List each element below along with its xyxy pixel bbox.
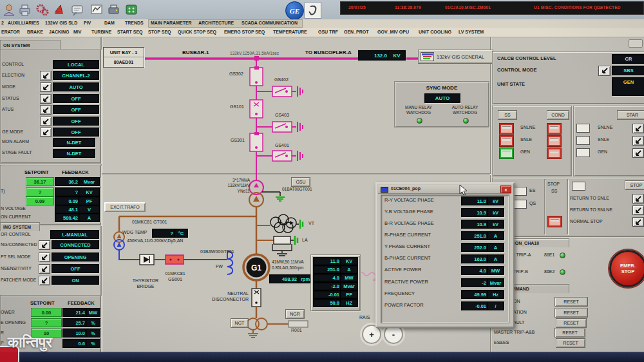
setpoint-input[interactable]: ? [31, 318, 62, 327]
menu-item-scada-communication[interactable]: SCADA COMMUNICATION [242, 21, 298, 25]
voltage-transformer-symbol[interactable] [270, 214, 296, 233]
menu-item-dam[interactable]: DAM [104, 21, 115, 25]
menu-item-quick-stop-seq[interactable]: QUICK STOP SEQ [178, 30, 216, 34]
command-arrow-button[interactable] [632, 136, 644, 146]
popup-close-button[interactable]: x [500, 186, 511, 193]
menu-item-turbine[interactable]: TURBINE [91, 30, 111, 34]
faceplate-icon[interactable] [576, 148, 590, 157]
reset-button[interactable]: RESET [554, 297, 588, 307]
menu-item-unit-cooling[interactable]: UNIT COOLING [419, 30, 451, 34]
emergency-stop-button[interactable]: EMER. STOP [609, 250, 644, 287]
menu-item-gov-miv-opu[interactable]: GOV_MIV OPU [377, 30, 409, 34]
command-arrow-button[interactable] [632, 148, 644, 158]
gsu-transformer-symbol[interactable] [249, 180, 263, 207]
command-arrow-button[interactable] [40, 128, 52, 137]
stop-button[interactable]: STOP [625, 180, 644, 190]
ngt-button[interactable]: NGT [231, 318, 249, 328]
faceplate-icon[interactable] [576, 136, 590, 145]
command-arrow-button[interactable] [40, 71, 52, 81]
menu-item[interactable]: 2 [1, 21, 4, 25]
tab-governing-system[interactable]: ING SYSTEM [0, 222, 40, 231]
cond-status-icon[interactable] [547, 148, 561, 158]
command-arrow-button[interactable] [40, 82, 52, 92]
command-arrow-button[interactable] [632, 217, 644, 227]
menu-item-main-parameter[interactable]: MAIN PARAMETER [151, 21, 192, 25]
menu-item-trends[interactable]: TRENDS [125, 21, 144, 25]
cond-status-icon[interactable] [547, 136, 561, 146]
menu-item-auxilliaries[interactable]: AUXILLIARIES [8, 21, 39, 25]
command-arrow-button[interactable] [632, 194, 644, 204]
stop-status-icon[interactable] [548, 216, 562, 227]
neutral-grounding-resistor-symbol[interactable] [289, 321, 308, 327]
setpoint-input[interactable]: 0.09 [26, 196, 54, 205]
start-button[interactable]: STAR [617, 110, 644, 120]
user-icon[interactable] [2, 3, 16, 17]
alarm-banner[interactable]: 20/07/25 11:38:28.079 01CJA10.MISC.ZM001… [340, 1, 644, 15]
reset-button[interactable]: RESET [554, 308, 588, 318]
neutral-disconnector-symbol[interactable] [252, 289, 261, 307]
reset-button[interactable]: RESET [556, 338, 585, 348]
command-arrow-button[interactable] [39, 252, 50, 262]
logic-grid-icon[interactable] [124, 3, 138, 17]
menu-item-emerg-stop-seq[interactable]: EMERG STOP SEQ [224, 30, 265, 34]
reset-button[interactable]: RESET [554, 328, 585, 338]
print-icon[interactable] [106, 3, 120, 17]
menu-item-piv[interactable]: PIV [84, 21, 91, 25]
command-arrow-button[interactable] [632, 205, 644, 215]
command-arrow-button[interactable] [39, 276, 50, 285]
faceplate-icon[interactable] [513, 200, 527, 209]
gears-icon[interactable] [35, 3, 50, 17]
setpoint-input[interactable]: ? [26, 187, 54, 196]
trend-chart-icon[interactable] [90, 3, 104, 17]
command-arrow-button[interactable] [40, 117, 52, 126]
dialog-icon[interactable] [70, 3, 84, 17]
command-arrow-button[interactable] [39, 240, 50, 250]
menu-item-miv[interactable]: MIV [73, 30, 81, 34]
thyristor-bridge-symbol[interactable] [140, 254, 154, 265]
alarm-horn-icon[interactable] [52, 3, 66, 17]
command-arrow-button[interactable] [40, 94, 52, 104]
menu-item-temperature[interactable]: TEMPERATURE [273, 30, 307, 34]
generator-symbol[interactable]: G1 [243, 254, 269, 280]
popup-titlebar[interactable]: 01CE004_pop x [378, 185, 511, 194]
command-arrow-button[interactable] [40, 105, 52, 115]
window-restore-widget[interactable] [629, 39, 643, 48]
menu-item-stop-seq[interactable]: STOP SEQ [148, 30, 171, 34]
field-breaker-gs001[interactable] [166, 255, 184, 264]
setpoint-input[interactable]: 36.17 [26, 177, 54, 186]
menu-item-brake[interactable]: BRAKE [27, 30, 43, 34]
lightning-arrester-symbol[interactable] [272, 236, 292, 256]
menu-item-start-seq[interactable]: START SEQ [117, 30, 143, 34]
disconnector-gs301[interactable] [250, 132, 263, 151]
menu-item-lv-system[interactable]: LV SYSTEM [459, 30, 484, 34]
neutral-grounding-transformer-symbol[interactable] [247, 318, 267, 330]
gsu-button[interactable]: GSU [291, 177, 310, 187]
menu-item-gen-prot[interactable]: GEN_PROT [344, 30, 369, 34]
breaker-gs101[interactable] [250, 100, 263, 118]
menu-item-architecture[interactable]: ARCHITECTURE [198, 21, 234, 25]
faceplate-icon[interactable] [576, 124, 590, 133]
faceplate-icon[interactable] [572, 182, 585, 191]
cond-status-icon-ok[interactable] [500, 148, 513, 158]
reset-button[interactable]: RESET [556, 318, 587, 328]
gis-general-button[interactable]: 132kV GIS GENERAL [418, 50, 493, 64]
cond-status-icon[interactable] [547, 124, 561, 134]
menu-item-132kv-gis-sld[interactable]: 132kV GIS SLD [45, 21, 77, 25]
earth-switch-gs402[interactable] [256, 86, 303, 97]
cond-status-icon[interactable] [500, 124, 513, 134]
ss-button[interactable]: SS [498, 110, 517, 120]
menu-item-gsu-trf[interactable]: GSU TRF [318, 30, 338, 34]
ngr-button[interactable]: NGR [285, 309, 305, 319]
earth-switch-gs403[interactable] [256, 122, 303, 132]
app-swirl-icon[interactable] [305, 2, 321, 19]
setpoint-input[interactable]: 0.00 [31, 308, 62, 317]
faceplate-icon[interactable] [513, 187, 527, 196]
tab-excitation-system[interactable]: ON SYSTEM [0, 40, 61, 50]
menu-item-generator[interactable]: ERATOR [1, 30, 20, 34]
command-arrow-button[interactable] [39, 264, 50, 274]
command-arrow-button[interactable] [598, 66, 611, 76]
printer-icon[interactable] [17, 3, 32, 17]
earth-switch-gs401[interactable] [256, 151, 303, 161]
menu-item-jacking[interactable]: JACKING [49, 30, 70, 34]
cond-button[interactable]: COND [547, 110, 569, 120]
